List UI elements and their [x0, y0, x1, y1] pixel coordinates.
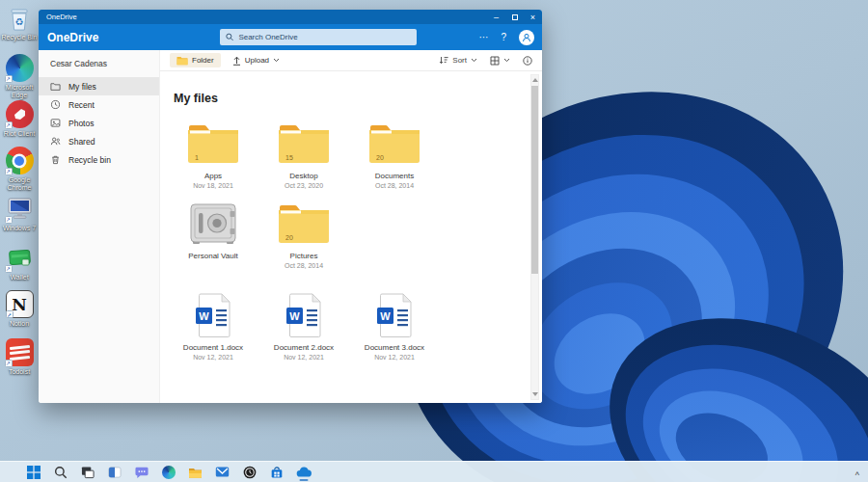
- item-name: Apps: [168, 172, 258, 180]
- desktop-icon-edge[interactable]: ↗ Microsoft Edge: [0, 54, 39, 99]
- folder-item-count: 20: [285, 234, 293, 241]
- file-tile-document1[interactable]: W Document 1.docx Nov 12, 2021: [168, 291, 258, 361]
- scroll-down-arrow-icon[interactable]: [532, 392, 538, 396]
- chevron-down-icon: [471, 58, 477, 63]
- store-icon: [270, 466, 284, 479]
- file-tile-desktop[interactable]: 15 Desktop Oct 23, 2020: [258, 118, 349, 189]
- desktop-icon-label: Wallet: [0, 274, 39, 281]
- pc-monitor-icon: ↗: [6, 195, 34, 223]
- start-button[interactable]: [25, 463, 41, 482]
- clock-icon: [50, 99, 61, 110]
- onedrive-window: OneDrive – × OneDrive ··· ?: [39, 10, 542, 403]
- sidebar-item-photos[interactable]: Photos: [39, 114, 159, 132]
- file-explorer-button[interactable]: [187, 463, 203, 482]
- app-header: OneDrive ··· ?: [39, 24, 542, 50]
- grid-view-icon: [490, 56, 500, 66]
- folder-button-label: Folder: [192, 56, 214, 65]
- sidebar-item-recycle-bin[interactable]: Recycle bin: [39, 150, 159, 169]
- item-date: Oct 23, 2020: [258, 182, 349, 189]
- folder-icon: [176, 56, 188, 66]
- search-input[interactable]: [238, 33, 411, 41]
- shortcut-arrow-icon: ↗: [5, 265, 13, 273]
- view-options-button[interactable]: [490, 56, 510, 66]
- file-tile-documents[interactable]: 20 Documents Oct 28, 2014: [349, 118, 440, 189]
- sidebar-item-shared[interactable]: Shared: [39, 132, 159, 150]
- folder-icon: [276, 121, 332, 166]
- item-name: Documents: [349, 172, 440, 180]
- file-tile-pictures[interactable]: 20 Pictures Oct 28, 2014: [258, 198, 349, 269]
- item-name: Desktop: [258, 172, 349, 180]
- window-title: OneDrive: [46, 13, 487, 21]
- desktop-icon-label: Windows 7: [0, 225, 39, 232]
- onedrive-taskbar-button[interactable]: [295, 463, 312, 482]
- scrollbar-thumb[interactable]: [531, 86, 538, 274]
- shortcut-arrow-icon: ↗: [5, 121, 13, 129]
- desktop-icon-recycle-bin[interactable]: ♻ Recycle Bin: [0, 4, 39, 41]
- clock-app-button[interactable]: [241, 463, 258, 482]
- chat-button[interactable]: [133, 463, 149, 482]
- widgets-button[interactable]: [106, 463, 122, 482]
- info-icon: [523, 56, 532, 66]
- minimize-button[interactable]: –: [487, 10, 505, 24]
- file-tile-personal-vault[interactable]: Personal Vault: [168, 198, 258, 269]
- upload-button[interactable]: Upload: [232, 56, 280, 66]
- search-icon: [226, 33, 233, 41]
- search-icon: [54, 466, 68, 479]
- item-name: Document 2.docx: [258, 343, 349, 352]
- sidebar-item-recent[interactable]: Recent: [39, 95, 159, 114]
- desktop-icon-todoist[interactable]: ↗ Todoist: [0, 338, 39, 376]
- item-date: Oct 28, 2014: [349, 182, 440, 189]
- help-icon[interactable]: ?: [501, 32, 506, 42]
- desktop-icon-wallet[interactable]: ↗ Wallet: [0, 244, 39, 281]
- show-hidden-icons-chevron[interactable]: ^: [855, 470, 859, 480]
- word-document-icon: W: [374, 293, 415, 337]
- sidebar-item-label: Recycle bin: [68, 155, 111, 165]
- desktop-icon-windows7[interactable]: ↗ Windows 7: [0, 195, 39, 232]
- search-box[interactable]: [220, 29, 417, 45]
- recycle-bin-icon: ♻: [6, 4, 34, 32]
- edge-taskbar-icon[interactable]: [160, 463, 176, 482]
- new-folder-button[interactable]: Folder: [170, 53, 221, 67]
- chat-icon: [135, 466, 149, 479]
- window-titlebar[interactable]: OneDrive – ×: [39, 10, 542, 24]
- microsoft-store-button[interactable]: [268, 463, 285, 482]
- sidebar-user-name: Cesar Cadenas: [39, 50, 159, 77]
- sidebar: Cesar Cadenas My files Recent Photos Sha…: [39, 50, 160, 403]
- main-panel: Folder Upload Sort: [160, 50, 542, 403]
- task-view-button[interactable]: [79, 463, 95, 482]
- riot-client-icon: ↗: [6, 100, 34, 128]
- scroll-up-arrow-icon[interactable]: [532, 78, 538, 82]
- sort-button-label: Sort: [452, 56, 467, 65]
- file-tile-document3[interactable]: W Document 3.docx Nov 12, 2021: [349, 291, 440, 361]
- word-document-icon: W: [193, 293, 233, 337]
- sidebar-item-label: Recent: [68, 100, 95, 110]
- sidebar-item-my-files[interactable]: My files: [39, 77, 159, 95]
- desktop-icon-label: Notion: [0, 320, 39, 328]
- sidebar-item-label: My files: [68, 82, 96, 92]
- desktop-icon-riot-client[interactable]: ↗ Riot Client: [0, 100, 39, 138]
- folder-icon: [366, 121, 422, 166]
- file-tile-document2[interactable]: W Document 2.docx Nov 12, 2021: [258, 291, 349, 361]
- item-name: Document 3.docx: [349, 343, 440, 352]
- details-pane-button[interactable]: [523, 56, 532, 66]
- maximize-icon: [512, 14, 518, 20]
- desktop-icon-chrome[interactable]: ↗ Google Chrome: [0, 147, 39, 192]
- sort-button[interactable]: Sort: [439, 56, 477, 65]
- desktop-icon-label: Microsoft Edge: [0, 84, 39, 99]
- desktop-icon-label: Google Chrome: [0, 176, 39, 192]
- upload-button-label: Upload: [245, 56, 269, 65]
- item-date: Nov 18, 2021: [168, 182, 258, 189]
- more-options-icon[interactable]: ···: [478, 32, 488, 42]
- svg-text:♻: ♻: [15, 16, 24, 27]
- shortcut-arrow-icon: ↗: [6, 310, 14, 318]
- close-button[interactable]: ×: [524, 10, 542, 24]
- maximize-button[interactable]: [505, 10, 524, 24]
- account-avatar[interactable]: [519, 30, 534, 45]
- desktop-icon-notion[interactable]: N↗ Notion: [0, 290, 39, 328]
- taskbar-search-button[interactable]: [52, 463, 68, 482]
- shortcut-arrow-icon: ↗: [5, 168, 13, 175]
- vertical-scrollbar[interactable]: [530, 74, 539, 400]
- item-date: Oct 28, 2014: [258, 262, 349, 269]
- mail-button[interactable]: [214, 463, 231, 482]
- file-tile-apps[interactable]: 1 Apps Nov 18, 2021: [168, 118, 258, 189]
